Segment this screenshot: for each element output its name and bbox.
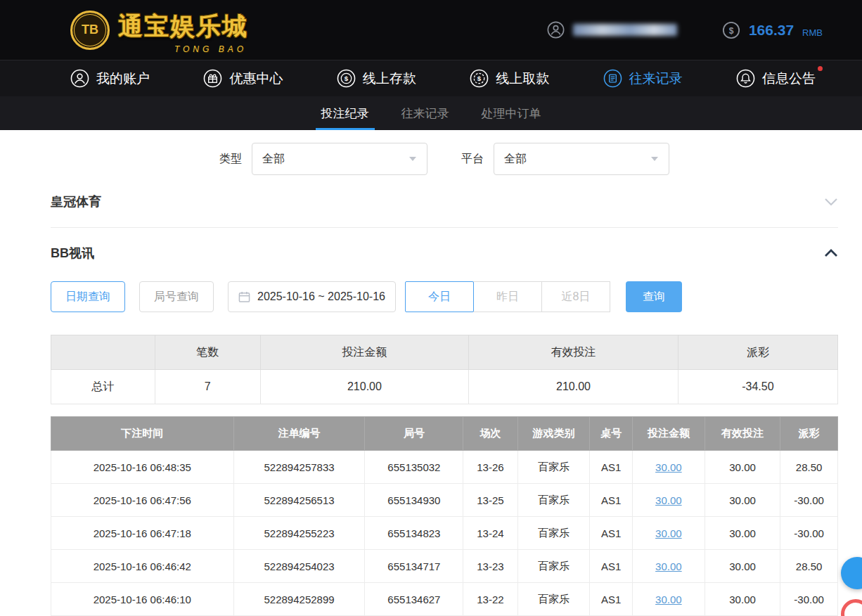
nav-item-records[interactable]: 往来记录 xyxy=(603,69,683,88)
bet-amount-link[interactable]: 30.00 xyxy=(655,494,682,506)
date-range-value: 2025-10-16 ~ 2025-10-16 xyxy=(257,290,385,303)
cell-game-type: 百家乐 xyxy=(517,550,590,583)
type-select[interactable]: 全部 xyxy=(252,143,427,175)
nav-item-promotions[interactable]: 优惠中心 xyxy=(203,69,283,88)
chevron-down-icon[interactable] xyxy=(824,198,838,206)
balance: $ 166.37 RMB xyxy=(722,21,823,39)
today-button[interactable]: 今日 xyxy=(405,281,474,312)
chevron-down-icon xyxy=(409,156,417,162)
nav-label: 我的账户 xyxy=(96,70,150,88)
bet-amount-link[interactable]: 30.00 xyxy=(655,593,682,605)
date-range-input[interactable]: 2025-10-16 ~ 2025-10-16 xyxy=(228,281,396,312)
logo-chip-icon: TB xyxy=(70,11,110,50)
cell-bet-amount: 30.00 xyxy=(632,550,705,583)
nav-label: 线上取款 xyxy=(496,70,549,88)
cell-order-id: 522894254023 xyxy=(233,550,365,583)
summary-header-row: 笔数 投注金额 有效投注 派彩 xyxy=(51,335,838,370)
col-valid-bet: 有效投注 xyxy=(705,417,780,451)
type-filter-label: 类型 xyxy=(219,152,242,167)
cell-table-id: AS1 xyxy=(590,484,632,517)
platform-select[interactable]: 全部 xyxy=(494,143,669,175)
deposit-coin-icon: $ xyxy=(337,69,356,88)
nav-label: 信息公告 xyxy=(762,70,816,88)
content: 类型 全部 平台 全部 皇冠体育 BB视讯 日期查询 xyxy=(0,143,862,616)
nav-label: 往来记录 xyxy=(629,70,683,88)
bet-amount-link[interactable]: 30.00 xyxy=(655,560,682,572)
site-logo[interactable]: TB 通宝娱乐城 TONG BAO xyxy=(70,10,248,50)
bell-icon xyxy=(736,69,755,88)
cell-bet-amount: 30.00 xyxy=(632,484,705,517)
cell-game-type: 百家乐 xyxy=(517,484,590,517)
last-8-days-button[interactable]: 近8日 xyxy=(541,281,610,312)
col-round-id: 局号 xyxy=(365,417,463,451)
summary-total-row: 总计 7 210.00 210.00 -34.50 xyxy=(51,370,838,404)
round-query-button[interactable]: 局号查询 xyxy=(139,281,214,312)
notification-dot xyxy=(818,66,823,71)
cell-session: 13-24 xyxy=(463,517,517,550)
cell-round-id: 655134627 xyxy=(365,583,463,616)
toolbar: 日期查询 局号查询 2025-10-16 ~ 2025-10-16 今日 昨日 … xyxy=(51,281,838,312)
summary-count: 7 xyxy=(155,370,260,404)
calendar-icon xyxy=(238,291,250,303)
cell-order-id: 522894255223 xyxy=(233,517,365,550)
cell-game-type: 百家乐 xyxy=(517,517,590,550)
nav-item-deposit[interactable]: $ 线上存款 xyxy=(337,69,416,88)
cell-valid-bet: 30.00 xyxy=(705,484,780,517)
user-avatar-icon[interactable] xyxy=(547,21,565,39)
section-bb-video[interactable]: BB视讯 xyxy=(51,245,838,262)
cell-bet-amount: 30.00 xyxy=(632,517,705,550)
cell-table-id: AS1 xyxy=(590,451,632,484)
col-payout: 派彩 xyxy=(780,417,838,451)
withdraw-coin-icon: $ xyxy=(470,69,489,88)
quick-date-group: 今日 昨日 近8日 xyxy=(406,281,610,312)
nav-label: 优惠中心 xyxy=(229,70,283,88)
table-row: 2025-10-16 06:48:35522894257833655135032… xyxy=(51,451,838,484)
logo-text: 通宝娱乐城 TONG BAO xyxy=(118,10,248,50)
top-header: TB 通宝娱乐城 TONG BAO $ 166.37 RMB xyxy=(0,0,862,60)
summary-header-valid-bet: 有效投注 xyxy=(469,335,678,370)
nav-item-my-account[interactable]: 我的账户 xyxy=(70,69,150,88)
search-button[interactable]: 查询 xyxy=(626,281,682,312)
cell-session: 13-23 xyxy=(463,550,517,583)
table-row: 2025-10-16 06:46:10522894252899655134627… xyxy=(51,583,838,616)
summary-bet-amount: 210.00 xyxy=(260,370,469,404)
date-query-button[interactable]: 日期查询 xyxy=(51,281,125,312)
cell-table-id: AS1 xyxy=(590,517,632,550)
summary-table: 笔数 投注金额 有效投注 派彩 总计 7 210.00 210.00 -34.5… xyxy=(51,335,838,404)
section-title: 皇冠体育 xyxy=(51,193,101,210)
cell-bet-amount: 30.00 xyxy=(632,583,705,616)
cell-session: 13-22 xyxy=(463,583,517,616)
tab-transaction-records[interactable]: 往来记录 xyxy=(401,96,449,130)
cell-payout: 28.50 xyxy=(780,550,838,583)
chevron-up-icon[interactable] xyxy=(824,249,838,257)
header-right: $ 166.37 RMB xyxy=(547,21,823,39)
col-session: 场次 xyxy=(463,417,517,451)
bet-amount-link[interactable]: 30.00 xyxy=(655,527,682,539)
tab-bet-records[interactable]: 投注纪录 xyxy=(321,96,369,130)
main-nav: 我的账户 优惠中心 $ 线上存款 $ 线上取款 往来记录 xyxy=(0,60,862,96)
cell-order-id: 522894256513 xyxy=(233,484,365,517)
summary-header xyxy=(51,335,155,370)
cell-bet-time: 2025-10-16 06:47:56 xyxy=(51,484,234,517)
gift-icon xyxy=(203,69,222,88)
nav-item-withdraw[interactable]: $ 线上取款 xyxy=(470,69,549,88)
summary-payout: -34.50 xyxy=(678,370,837,404)
cell-valid-bet: 30.00 xyxy=(705,451,780,484)
cell-game-type: 百家乐 xyxy=(517,451,590,484)
summary-total-label: 总计 xyxy=(51,370,155,404)
bet-amount-link[interactable]: 30.00 xyxy=(655,461,682,473)
section-title: BB视讯 xyxy=(51,245,94,262)
col-order-id: 注单编号 xyxy=(233,417,365,451)
summary-valid-bet: 210.00 xyxy=(469,370,678,404)
cell-bet-time: 2025-10-16 06:48:35 xyxy=(51,451,234,484)
svg-text:$: $ xyxy=(477,75,482,82)
table-row: 2025-10-16 06:47:18522894255223655134823… xyxy=(51,517,838,550)
tab-processing-orders[interactable]: 处理中订单 xyxy=(482,96,541,130)
section-crown-sports[interactable]: 皇冠体育 xyxy=(51,193,838,228)
yesterday-button[interactable]: 昨日 xyxy=(473,281,542,312)
col-table-id: 桌号 xyxy=(590,417,632,451)
col-bet-amount: 投注金额 xyxy=(632,417,705,451)
nav-item-announcements[interactable]: 信息公告 xyxy=(736,69,816,88)
cell-payout: -30.00 xyxy=(780,484,838,517)
dollar-icon: $ xyxy=(722,21,740,39)
